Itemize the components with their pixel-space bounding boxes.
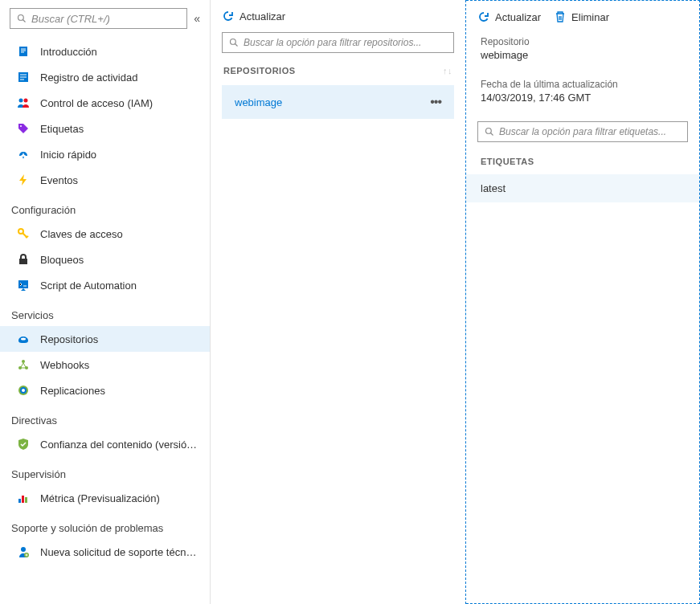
refresh-button[interactable]: Actualizar [477,10,541,23]
svg-line-21 [235,44,238,47]
search-icon [17,14,27,23]
right-toolbar: Actualizar Eliminar [466,1,699,33]
nav-item-registro-actividad[interactable]: Registro de actividad [0,64,210,90]
delete-button[interactable]: Eliminar [554,10,609,23]
quickstart-icon [16,147,31,161]
svg-point-18 [21,547,26,552]
search-icon [485,127,494,137]
svg-point-5 [20,125,22,127]
tag-filter-input[interactable]: Buscar la opción para filtrar etiquetas.… [477,121,688,142]
nav-label: Registro de actividad [40,71,199,84]
nav-group-supervision: Supervisión Métrica (Previsualización) [0,457,210,511]
tag-filter-placeholder: Buscar la opción para filtrar etiquetas.… [499,126,666,137]
repo-name: webimage [235,96,282,108]
detail-repo-label: Repositorio [481,36,685,47]
tag-item-latest[interactable]: latest [466,174,699,202]
delete-label: Eliminar [571,11,609,23]
svg-point-22 [486,129,492,134]
webhooks-icon [16,357,31,372]
nav-item-replicaciones[interactable]: Replicaciones [0,378,210,403]
detail-repo: Repositorio webimage [466,33,699,71]
support-icon [16,545,31,559]
iam-icon [16,96,31,110]
nav-group-directivas: Directivas Confianza del contenido (vers… [0,403,210,457]
svg-point-0 [18,15,24,21]
key-icon [16,226,31,241]
repo-filter-input[interactable]: Buscar la opción para filtrar repositori… [222,32,454,53]
nav-label: Repositorios [40,333,199,345]
nav-label: Inicio rápido [40,149,199,161]
nav-label: Confianza del contenido (versión... [40,439,199,451]
nav-label: Nueva solicitud de soporte técnico [40,546,199,558]
detail-repo-value: webimage [481,49,685,61]
sort-icon: ↑↓ [443,66,452,76]
nav-item-confianza-contenido[interactable]: Confianza del contenido (versión... [0,431,210,457]
nav-group-soporte: Soporte y solución de problemas Nueva so… [0,511,210,565]
repo-item-webimage[interactable]: webimage ••• [222,85,454,119]
refresh-label: Actualizar [239,10,285,22]
tag-icon [16,121,31,136]
nav-label: Métrica (Previsualización) [40,492,199,504]
svg-point-20 [231,39,236,45]
svg-point-14 [22,389,25,392]
tags-header[interactable]: ETIQUETAS [466,149,699,174]
svg-line-23 [491,133,493,136]
section-title: Directivas [0,406,210,431]
repo-filter-wrapper: Buscar la opción para filtrar repositori… [211,32,465,59]
collapse-sidebar-button[interactable]: « [194,12,200,25]
lock-icon [16,252,31,267]
nav-item-webhooks[interactable]: Webhooks [0,352,210,378]
nav-item-introduccion[interactable]: Introducción [0,39,210,64]
svg-line-1 [23,20,26,22]
nav-item-claves-acceso[interactable]: Claves de acceso [0,221,210,247]
nav-item-etiquetas[interactable]: Etiquetas [0,116,210,141]
section-title: Servicios [0,301,210,326]
repo-filter-placeholder: Buscar la opción para filtrar repositori… [244,37,421,48]
nav-item-metrica[interactable]: Métrica (Previsualización) [0,485,210,511]
nav-item-inicio-rapido[interactable]: Inicio rápido [0,141,210,167]
repositories-panel: Actualizar Buscar la opción para filtrar… [211,0,466,604]
sidebar-search-input[interactable]: Buscar (CTRL+/) [10,8,187,29]
repo-list-header[interactable]: REPOSITORIOS ↑↓ [211,59,465,82]
sidebar: Buscar (CTRL+/) « Introducción Registro … [0,0,211,604]
nav-label: Etiquetas [40,123,199,135]
refresh-button[interactable]: Actualizar [222,10,285,22]
nav-item-nueva-solicitud[interactable]: Nueva solicitud de soporte técnico [0,539,210,565]
nav-label: Webhooks [40,359,199,371]
svg-rect-17 [25,497,27,503]
trash-icon [554,10,567,23]
nav-item-eventos[interactable]: Eventos [0,167,210,193]
detail-updated-label: Fecha de la última actualización [481,79,685,90]
nav-item-bloqueos[interactable]: Bloqueos [0,247,210,272]
sidebar-search-placeholder: Buscar (CTRL+/) [31,13,110,25]
shield-icon [16,437,31,451]
repo-header-label: REPOSITORIOS [223,66,296,76]
svg-rect-16 [22,496,24,503]
metrics-icon [16,491,31,505]
section-title: Soporte y solución de problemas [0,514,210,539]
sidebar-search-wrapper: Buscar (CTRL+/) « [0,0,210,35]
nav-group-configuracion: Configuración Claves de acceso Bloqueos … [0,193,210,298]
detail-updated: Fecha de la última actualización 14/03/2… [466,76,699,113]
nav-group-servicios: Servicios Repositorios Webhooks Replicac… [0,298,210,403]
tag-name: latest [481,182,506,194]
repo-context-menu-button[interactable]: ••• [430,95,441,109]
nav-item-script-automation[interactable]: Script de Automation [0,272,210,298]
nav-label: Bloqueos [40,254,199,266]
tag-filter-wrapper: Buscar la opción para filtrar etiquetas.… [466,113,699,149]
svg-rect-7 [19,259,27,264]
middle-toolbar: Actualizar [211,0,465,32]
replications-icon [16,383,31,398]
nav-item-control-acceso[interactable]: Control de acceso (IAM) [0,90,210,116]
section-title: Configuración [0,196,210,221]
nav-item-repositorios[interactable]: Repositorios [0,326,210,352]
svg-point-4 [24,99,28,103]
svg-point-9 [21,338,26,341]
svg-point-10 [22,360,25,363]
nav-label: Introducción [40,46,199,58]
activity-icon [16,70,31,84]
nav-label: Control de acceso (IAM) [40,97,199,109]
refresh-icon [477,10,490,23]
detail-updated-value: 14/03/2019, 17:46 GMT [481,92,685,104]
refresh-label: Actualizar [495,11,541,23]
